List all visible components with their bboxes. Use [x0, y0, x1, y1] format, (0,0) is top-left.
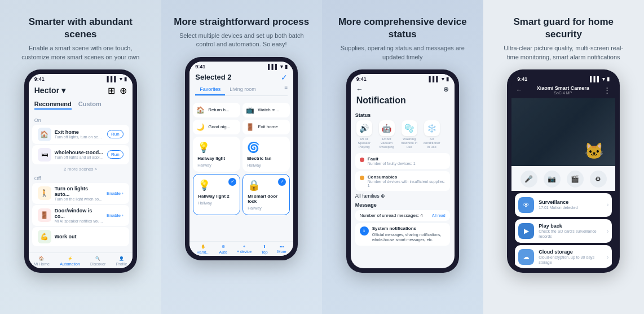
- back-icon[interactable]: ←: [356, 85, 363, 93]
- auto-door[interactable]: 🚪 Door/window is co... Mi AI speaker not…: [32, 205, 129, 226]
- nav-mihome[interactable]: 🏠 Mi Home: [34, 256, 50, 266]
- settings-button[interactable]: ⚙: [590, 171, 607, 187]
- auto-info-2: Door/window is co... Mi AI speaker notif…: [55, 208, 103, 223]
- panel1-subtitle: Enable a smart scene with one touch, cus…: [16, 44, 145, 62]
- panel-camera: Smart guard for home security Ultra-clea…: [483, 0, 645, 314]
- unread-messages[interactable]: Number of unread messages: 4 All read: [355, 210, 450, 221]
- camera-controls: 🎤 📷 🎬 ⚙: [511, 166, 615, 191]
- panel4-title: Smart guard for home security: [496, 16, 631, 41]
- video-button[interactable]: 🎬: [567, 171, 584, 187]
- scene-name-2: wholehouse-Good...: [55, 150, 104, 155]
- scene-exit-home[interactable]: 🏠 Exit home Turn off lights, turn on sec…: [32, 125, 129, 144]
- status-icons-2: ▌▌▌ ▾ ▮: [268, 64, 288, 69]
- panel3-subtitle: Supplies, operating status and messages …: [338, 44, 467, 62]
- bottom-hand[interactable]: ✋ Hand...: [197, 245, 210, 254]
- device-door-lock[interactable]: ✓ 🔒 Mi smart door lock Hallway: [242, 174, 290, 215]
- more-scenes[interactable]: 2 more scenes >: [29, 165, 133, 173]
- device-washer: 🫧 Washing machine in use: [400, 120, 418, 150]
- camera-button[interactable]: 📷: [544, 171, 561, 187]
- read-all-button[interactable]: All read: [432, 213, 445, 217]
- fav-icon-4: 🚪: [246, 123, 254, 131]
- enable-button-2[interactable]: Enable ›: [107, 213, 123, 218]
- families-row[interactable]: All families ⊕: [355, 193, 450, 199]
- home-icon: 🏠: [39, 256, 44, 261]
- mic-button[interactable]: 🎤: [521, 171, 537, 187]
- device-icon-6: 🌀: [247, 141, 285, 154]
- surveillance-item[interactable]: 👁 Surveillance 17:01 Motion detected ›: [515, 193, 612, 217]
- phone1-header: Hector ▾ ⊞ ⊕ Recommend Custom: [29, 83, 133, 115]
- status-section-label: Status: [355, 112, 450, 118]
- enable-button-1[interactable]: Enable ›: [107, 191, 123, 196]
- wifi-icon-3: ▾: [442, 76, 444, 82]
- consumables-desc: Number of devices with insufficient supp…: [368, 180, 445, 187]
- bottom-auto[interactable]: ⚙ Auto: [219, 245, 227, 254]
- scene-wholehouse[interactable]: 🛏 wholehouse-Good... Turn off lights and…: [32, 145, 129, 164]
- cloud-info: Cloud storage Cloud-encryption, up to 30…: [539, 249, 602, 265]
- bottom-more[interactable]: ••• More: [277, 245, 286, 254]
- playback-item[interactable]: ▶ Play back Check the SD card's surveill…: [515, 219, 612, 243]
- tab-recommend[interactable]: Recommend: [34, 101, 72, 110]
- bottom-top[interactable]: ⬆ Top: [261, 245, 267, 254]
- phone1: 9:41 ▌▌▌ ▾ ▮ Hector ▾ ⊞ ⊕ Recommend: [24, 69, 137, 273]
- device-electric-fan[interactable]: 🌀 Electric fan Hallway: [242, 137, 290, 172]
- device-name-6: Electric fan: [247, 156, 285, 161]
- auto-name-2: Door/window is co...: [55, 208, 103, 219]
- status-time-3: 9:41: [356, 76, 367, 82]
- consumables-alert[interactable]: Consumables Number of devices with insuf…: [355, 171, 450, 191]
- settings-icon-3[interactable]: ⊕: [443, 85, 449, 93]
- phone2: 9:41 ▌▌▌ ▾ ▮ Selected 2 ✓ Favorites Livi…: [185, 57, 298, 260]
- vacuum-label: Robot vacuum Sweeping: [378, 137, 396, 150]
- nav-profile[interactable]: 👤 Profile: [116, 256, 127, 266]
- favorites-grid: 🏠 Return h... 📺 Watch m... 🌙 Good nig...…: [193, 103, 290, 134]
- fav-icon-2: 📺: [246, 106, 254, 114]
- arrow-icon-1: ›: [607, 202, 608, 208]
- device-speaker: 🔊 Mi AI Speaker Playing: [355, 120, 373, 150]
- scene-icon-2: 🛏: [38, 148, 51, 162]
- playback-icon: ▶: [518, 223, 534, 239]
- fault-alert[interactable]: Fault Number of faulty devices: 1: [355, 153, 450, 169]
- username[interactable]: Hector ▾: [34, 86, 65, 95]
- status-time-2: 9:41: [195, 64, 205, 69]
- tab-livingroom[interactable]: Living room: [225, 84, 261, 95]
- fav-exit[interactable]: 🚪 Exit home: [242, 120, 290, 134]
- run-button-2[interactable]: Run: [107, 150, 123, 159]
- device-hallway-light[interactable]: 💡 Hallway light Hallway: [193, 137, 240, 172]
- nav-automation[interactable]: ⚡ Automation: [60, 256, 80, 266]
- add-icon[interactable]: ⊕: [120, 85, 127, 96]
- bottom-nav-1: 🏠 Mi Home ⚡ Automation 🔍 Discover 👤 Prof…: [29, 252, 133, 268]
- cloud-item[interactable]: ☁ Cloud storage Cloud-encryption, up to …: [515, 245, 612, 268]
- scene-info-2: wholehouse-Good... Turn off lights and a…: [55, 150, 104, 159]
- tab-custom[interactable]: Custom: [78, 101, 102, 110]
- device-hallway-light2[interactable]: ✓ 💡 Hallway light 2 Hallway: [193, 174, 240, 215]
- back-arrow-icon[interactable]: ←: [516, 86, 522, 93]
- tab-favorites[interactable]: Favorites: [195, 84, 225, 95]
- cloud-icon: ☁: [518, 249, 534, 265]
- fav-good[interactable]: 🌙 Good nig...: [193, 120, 240, 134]
- grid-icon[interactable]: ⊞: [108, 85, 115, 96]
- auto-icon-1: 🚶: [38, 186, 51, 200]
- more-dots-icon[interactable]: ⋮: [603, 86, 611, 94]
- nav-row-3: ← ⊕: [356, 85, 449, 93]
- notif-icon: ℹ: [360, 226, 369, 236]
- fav-watch[interactable]: 📺 Watch m...: [242, 103, 290, 117]
- device-name-8: Mi smart door lock: [248, 194, 285, 204]
- auto-workout[interactable]: 💪 Work out: [32, 227, 129, 246]
- battery-icon-4: ▮: [607, 76, 610, 82]
- run-button-1[interactable]: Run: [107, 130, 123, 138]
- fav-return[interactable]: 🏠 Return h...: [193, 103, 240, 117]
- bottom-add-device[interactable]: + + device: [237, 245, 252, 254]
- device-name-5: Hallway light: [197, 156, 236, 161]
- phone2-header: Selected 2 ✓ Favorites Living room ≡: [189, 71, 293, 101]
- auto-lights[interactable]: 🚶 Turn on lights auto... Turn on the lig…: [32, 183, 129, 204]
- check-icon[interactable]: ✓: [281, 73, 288, 82]
- panel2-title: More straightforward process: [174, 16, 309, 28]
- cat-image: 🐱: [584, 142, 604, 160]
- device-ac: ❄️ Air conditioner in use: [423, 120, 441, 150]
- nav-discover[interactable]: 🔍 Discover: [90, 256, 105, 266]
- system-notification[interactable]: ℹ System notifications Official messages…: [355, 223, 450, 246]
- cloud-desc: Cloud-encryption, up to 30 days storage: [539, 255, 602, 265]
- device-cards-grid: 💡 Hallway light Hallway 🌀 Electric fan H…: [193, 137, 290, 215]
- consumables-dot: [360, 176, 364, 180]
- surveillance-icon: 👁: [518, 197, 534, 213]
- menu-icon[interactable]: ≡: [284, 84, 288, 95]
